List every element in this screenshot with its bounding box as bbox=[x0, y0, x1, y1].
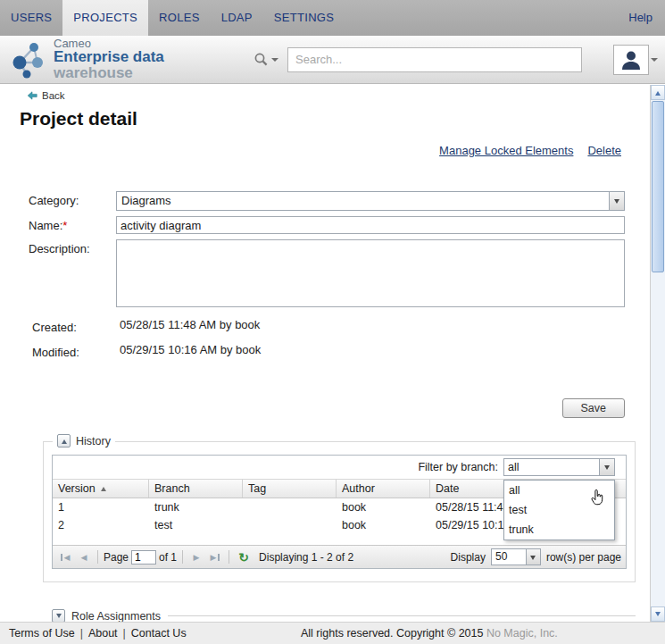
created-value: 05/28/15 11:48 AM by book bbox=[120, 318, 260, 331]
search-icon bbox=[254, 52, 269, 67]
filter-by-branch-label: Filter by branch: bbox=[418, 461, 498, 473]
cursor-hand-icon bbox=[591, 489, 603, 506]
collapse-icon bbox=[62, 437, 67, 444]
page-of-label: of 1 bbox=[159, 551, 177, 564]
category-label: Category: bbox=[29, 191, 116, 207]
terms-of-use-link[interactable]: Terms of Use bbox=[9, 627, 75, 640]
save-button[interactable]: Save bbox=[562, 398, 626, 418]
action-links: Manage Locked Elements Delete bbox=[0, 144, 621, 157]
top-nav: USERS PROJECTS ROLES LDAP SETTINGS Help bbox=[0, 0, 665, 36]
page-size-caret-icon[interactable] bbox=[526, 549, 540, 565]
name-input[interactable] bbox=[116, 216, 625, 234]
manage-locked-elements-link[interactable]: Manage Locked Elements bbox=[439, 144, 573, 157]
refresh-button[interactable]: ↻ bbox=[235, 549, 253, 565]
scrollbar-thumb[interactable] bbox=[652, 101, 664, 272]
modified-value: 05/29/15 10:16 AM by book bbox=[120, 343, 261, 356]
display-label: Display bbox=[451, 551, 486, 564]
displaying-status: Displaying 1 - 2 of 2 bbox=[259, 551, 353, 564]
role-assignments-title: Role Assignments bbox=[71, 610, 161, 623]
delete-link[interactable]: Delete bbox=[587, 144, 621, 157]
footer-bar: Terms of Use | About | Contact Us All ri… bbox=[0, 622, 665, 644]
search-caret-icon bbox=[271, 58, 278, 65]
footer-separator: | bbox=[80, 627, 83, 640]
description-label: Description: bbox=[29, 239, 116, 255]
first-page-button[interactable]: ◀ bbox=[57, 549, 73, 565]
copyright-text: All rights reserved. Copyright © 2015 No… bbox=[301, 627, 558, 640]
branch-filter-select[interactable]: all all test trunk bbox=[503, 458, 615, 476]
paging-toolbar: ◀ ◀ Page of 1 ▶ ▶ ↻ Displaying 1 - 2 of … bbox=[53, 545, 626, 568]
category-select-caret-icon[interactable] bbox=[609, 192, 624, 210]
scroll-up-button[interactable] bbox=[651, 85, 665, 100]
toolbar-separator bbox=[97, 550, 98, 564]
prev-page-button[interactable]: ◀ bbox=[76, 549, 92, 565]
brand-text: Cameo Enterprise data warehouse bbox=[54, 38, 243, 81]
nav-tab-projects[interactable]: PROJECTS bbox=[62, 0, 148, 36]
brand-title: Enterprise data warehouse bbox=[54, 49, 243, 81]
role-assignments-panel: Role Assignments bbox=[52, 609, 636, 622]
company-name: No Magic, Inc. bbox=[486, 627, 558, 640]
page-title: Project detail bbox=[20, 108, 650, 130]
back-link[interactable]: Back bbox=[27, 90, 650, 101]
main-content: Back Project detail Manage Locked Elemen… bbox=[0, 85, 650, 622]
page-label: Page bbox=[104, 551, 129, 564]
required-asterisk: * bbox=[62, 219, 67, 232]
description-textarea[interactable] bbox=[116, 239, 625, 307]
next-page-button[interactable]: ▶ bbox=[188, 549, 204, 565]
toolbar-separator bbox=[229, 550, 229, 564]
created-label: Created: bbox=[32, 318, 120, 334]
divider bbox=[168, 615, 636, 616]
scrollbar-down-icon bbox=[655, 612, 661, 619]
header-bar: Cameo Enterprise data warehouse bbox=[0, 36, 665, 84]
sort-asc-icon bbox=[101, 484, 106, 491]
nav-tab-roles[interactable]: ROLES bbox=[148, 0, 211, 36]
column-header-tag[interactable]: Tag bbox=[243, 480, 337, 498]
nav-tab-settings[interactable]: SETTINGS bbox=[263, 0, 345, 36]
help-link[interactable]: Help bbox=[616, 0, 665, 36]
back-icon bbox=[27, 91, 37, 100]
dropdown-option-trunk[interactable]: trunk bbox=[504, 520, 614, 539]
app-window: USERS PROJECTS ROLES LDAP SETTINGS Help … bbox=[0, 0, 665, 644]
history-grid: Filter by branch: all all test trunk bbox=[52, 455, 627, 569]
footer-separator: | bbox=[123, 627, 126, 640]
app-logo-icon bbox=[7, 37, 54, 83]
page-number-input[interactable] bbox=[131, 550, 156, 565]
expand-icon bbox=[56, 614, 62, 621]
name-label: Name:* bbox=[29, 216, 116, 232]
last-page-button[interactable]: ▶ bbox=[207, 549, 223, 565]
page-size-select[interactable]: 50 bbox=[491, 548, 541, 565]
history-title: History bbox=[76, 435, 111, 447]
brand-cameo-label: Cameo bbox=[54, 38, 243, 50]
expand-role-assignments-button[interactable] bbox=[52, 609, 65, 622]
nav-tab-users[interactable]: USERS bbox=[0, 0, 62, 36]
scrollbar-up-icon bbox=[655, 88, 661, 96]
contact-us-link[interactable]: Contact Us bbox=[131, 627, 187, 640]
about-link[interactable]: About bbox=[88, 627, 118, 640]
search-input[interactable] bbox=[287, 47, 582, 72]
vertical-scrollbar[interactable] bbox=[650, 85, 665, 622]
branch-filter-dropdown: all test trunk bbox=[503, 480, 615, 540]
search-scope-button[interactable] bbox=[254, 52, 278, 67]
nav-tab-ldap[interactable]: LDAP bbox=[211, 0, 263, 36]
toolbar-separator bbox=[182, 550, 183, 564]
user-avatar-button[interactable] bbox=[613, 45, 649, 75]
history-panel: History Filter by branch: all all test t… bbox=[43, 441, 636, 582]
project-form: Category: Diagrams Name:* Description: C… bbox=[29, 191, 650, 359]
per-page-label: row(s) per page bbox=[546, 551, 621, 564]
column-header-author[interactable]: Author bbox=[337, 480, 430, 498]
user-icon bbox=[619, 48, 643, 71]
user-menu-caret-icon[interactable] bbox=[651, 58, 658, 65]
collapse-history-button[interactable] bbox=[57, 434, 71, 447]
scroll-down-button[interactable] bbox=[651, 606, 665, 622]
column-header-version[interactable]: Version bbox=[53, 480, 149, 498]
branch-filter-caret-icon[interactable] bbox=[599, 459, 614, 475]
modified-label: Modified: bbox=[32, 343, 120, 359]
column-header-branch[interactable]: Branch bbox=[149, 480, 243, 498]
category-select[interactable]: Diagrams bbox=[116, 191, 625, 211]
